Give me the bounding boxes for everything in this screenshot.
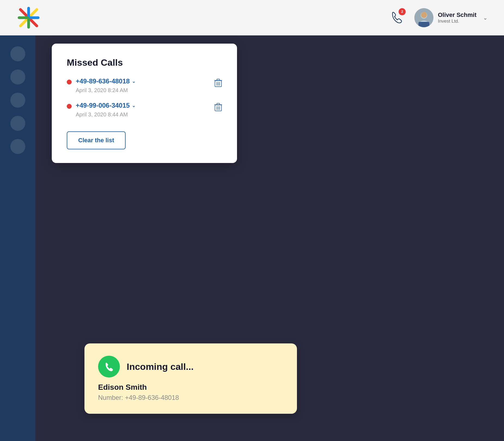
missed-indicator-1 [67, 80, 72, 84]
main-content: Missed Calls +49-89-636-48018 ⌄ April 3,… [35, 35, 504, 441]
sidebar-item-4[interactable] [10, 116, 25, 131]
call-details-1: +49-89-636-48018 ⌄ April 3, 2020 8:24 AM [76, 77, 135, 93]
missed-calls-popup: Missed Calls +49-89-636-48018 ⌄ April 3,… [52, 44, 237, 163]
sidebar-item-2[interactable] [10, 70, 25, 84]
incoming-phone-icon [104, 361, 114, 372]
user-company: Invest Ltd. [438, 19, 476, 24]
sidebar-item-3[interactable] [10, 93, 25, 108]
call-number-1[interactable]: +49-89-636-48018 ⌄ [76, 77, 135, 85]
svg-point-11 [421, 12, 427, 18]
user-menu[interactable]: Oliver Schmit Invest Ltd. ⌄ [414, 8, 488, 27]
call-time-1: April 3, 2020 8:24 AM [76, 87, 135, 93]
sidebar [0, 35, 35, 441]
caller-name: Edison Smith [98, 383, 283, 392]
missed-calls-title: Missed Calls [67, 57, 222, 68]
user-menu-chevron-icon: ⌄ [483, 14, 488, 21]
call-item-1: +49-89-636-48018 ⌄ April 3, 2020 8:24 AM [67, 77, 222, 93]
clear-list-button[interactable]: Clear the list [67, 131, 126, 149]
incoming-call-title: Incoming call... [127, 361, 194, 372]
phone-badge-button[interactable]: 2 [390, 10, 403, 25]
incoming-call-notification: Incoming call... Edison Smith Number: +4… [84, 343, 297, 414]
logo [16, 5, 41, 30]
header: 2 [0, 0, 504, 35]
delete-call-1-button[interactable] [214, 78, 222, 89]
avatar [414, 8, 433, 27]
caller-number-label: Number: [98, 394, 123, 401]
logo-icon [18, 7, 40, 29]
svg-rect-15 [217, 79, 220, 80]
call-item-1-left: +49-89-636-48018 ⌄ April 3, 2020 8:24 AM [67, 77, 135, 93]
svg-rect-21 [217, 103, 220, 105]
header-right: 2 [390, 8, 488, 27]
delete-call-2-button[interactable] [214, 103, 222, 113]
call-badge: 2 [399, 8, 406, 15]
missed-indicator-2 [67, 104, 72, 109]
incoming-call-top: Incoming call... [98, 356, 283, 377]
call-number-2[interactable]: +49-99-006-34015 ⌄ [76, 102, 135, 109]
incoming-call-details: Edison Smith Number: +49-89-636-48018 [98, 383, 283, 401]
svg-rect-12 [418, 22, 429, 27]
avatar-image [414, 8, 433, 27]
call-details-2: +49-99-006-34015 ⌄ April 3, 2020 8:44 AM [76, 102, 135, 118]
caller-number-value: +49-89-636-48018 [125, 394, 179, 401]
user-name: Oliver Schmit [438, 11, 476, 19]
sidebar-item-5[interactable] [10, 139, 25, 154]
sidebar-item-1[interactable] [10, 46, 25, 61]
call-time-2: April 3, 2020 8:44 AM [76, 111, 135, 118]
call-item-2-left: +49-99-006-34015 ⌄ April 3, 2020 8:44 AM [67, 102, 135, 118]
call-number-1-chevron-icon: ⌄ [132, 79, 135, 84]
app-container: 2 [0, 0, 504, 441]
incoming-phone-circle [98, 356, 120, 377]
user-info: Oliver Schmit Invest Ltd. [438, 11, 476, 24]
call-item-2: +49-99-006-34015 ⌄ April 3, 2020 8:44 AM [67, 102, 222, 118]
caller-number: Number: +49-89-636-48018 [98, 394, 283, 401]
call-number-2-chevron-icon: ⌄ [132, 103, 135, 108]
